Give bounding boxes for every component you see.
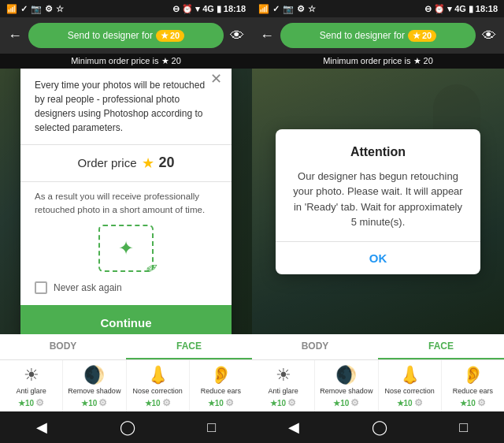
- left-phone-panel: 📶 ✓ 📷 ⚙ ☆ ⊖ ⏰ ▾ 4G ▮ 18:18 ← Send to des…: [0, 0, 252, 443]
- star-icon-status: ☆: [56, 4, 64, 14]
- shadow-price-right: ★10 ⚙: [333, 397, 359, 408]
- ears-gear-left[interactable]: ⚙: [225, 397, 234, 408]
- right-phone-panel: 📶 ✓ 📷 ⚙ ☆ ⊖ ⏰ ▾ 4G ▮ 18:18 ← Send to des…: [252, 0, 504, 443]
- top-nav-right: ← Send to designer for ★ 20 👁: [252, 17, 504, 54]
- battery-icon-r: ▮: [469, 4, 473, 14]
- shadow-icon-left: 🌒: [83, 365, 105, 385]
- back-button-right[interactable]: ←: [260, 28, 274, 44]
- antiglare-gear-left[interactable]: ⚙: [35, 397, 44, 408]
- network-icon-r: 4G: [454, 4, 466, 13]
- status-right-left-icons: 📶 ✓ 📷 ⚙ ☆: [258, 4, 316, 14]
- star-icon-badge-left: ★: [161, 31, 169, 41]
- ears-gear-right[interactable]: ⚙: [477, 397, 486, 408]
- photo-bg-left: ✕ Every time your photos will be retouch…: [0, 69, 252, 334]
- back-nav-icon-left[interactable]: ◀: [36, 419, 47, 436]
- check-icon-r: ✓: [272, 4, 280, 14]
- home-nav-icon-left[interactable]: ◯: [120, 419, 135, 436]
- tab-body-left[interactable]: BODY: [0, 334, 126, 359]
- time-left: 18:18: [224, 4, 246, 13]
- nav-bar-right: ◀ ◯ □: [252, 411, 504, 443]
- price-label: Order price: [77, 156, 136, 169]
- continue-button[interactable]: Continue: [20, 305, 232, 334]
- tab-body-right[interactable]: BODY: [252, 334, 378, 359]
- send-designer-button-left[interactable]: Send to designer for ★ 20: [28, 23, 224, 48]
- signal-icon: 📶: [6, 4, 17, 14]
- send-designer-button-right[interactable]: Send to designer for ★ 20: [280, 23, 476, 48]
- eye-button-right[interactable]: 👁: [482, 28, 496, 44]
- shadow-gear-left[interactable]: ⚙: [98, 397, 107, 408]
- shadow-label-left: Remove shadow: [68, 387, 120, 396]
- photo-bg-right: Attention Our designer has begun retouch…: [252, 69, 504, 334]
- antiglare-price-right: ★10 ⚙: [270, 397, 296, 408]
- nose-price-right: ★10 ⚙: [397, 397, 423, 408]
- attention-title: Attention: [290, 145, 466, 159]
- tool-nose-left[interactable]: 👃 Nose correction ★10 ⚙: [127, 360, 190, 411]
- wand-illustration-icon: ✏: [143, 258, 162, 279]
- star-icon-badge-right: ★: [413, 31, 421, 41]
- bottom-toolbar-right: BODY FACE ☀ Anti glare ★10 ⚙ 🌒 Remove sh…: [252, 334, 504, 411]
- antiglare-price-left: ★10 ⚙: [18, 397, 44, 408]
- status-bar-left: 📶 ✓ 📷 ⚙ ☆ ⊖ ⏰ ▾ 4G ▮ 18:18: [0, 0, 252, 17]
- tool-shadow-left[interactable]: 🌒 Remove shadow ★10 ⚙: [63, 360, 126, 411]
- bottom-toolbar-left: BODY FACE ☀ Anti glare ★10 ⚙ 🌒 Remove sh…: [0, 334, 252, 411]
- modal-close-button[interactable]: ✕: [210, 70, 222, 87]
- send-label-left: Send to designer for: [68, 30, 153, 41]
- tool-nose-right[interactable]: 👃 Nose correction ★10 ⚙: [379, 360, 442, 411]
- modal-overlay-left: ✕ Every time your photos will be retouch…: [0, 69, 252, 334]
- tool-items-left: ☀ Anti glare ★10 ⚙ 🌒 Remove shadow ★10 ⚙…: [0, 360, 252, 411]
- wifi-icon: ▾: [195, 4, 200, 14]
- shadow-icon-right: 🌒: [335, 365, 357, 385]
- status-right-icons: ⊖ ⏰ ▾ 4G ▮ 18:18: [172, 4, 246, 14]
- back-nav-icon-right[interactable]: ◀: [288, 419, 299, 436]
- attention-ok-button[interactable]: OK: [290, 242, 466, 274]
- do-not-disturb-icon: ⊖: [172, 4, 180, 14]
- home-nav-icon-right[interactable]: ◯: [372, 419, 387, 436]
- never-ask-checkbox[interactable]: [35, 281, 47, 294]
- shadow-price-left: ★10 ⚙: [81, 397, 107, 408]
- star-count-right: 20: [422, 31, 432, 40]
- status-left-icons: 📶 ✓ 📷 ⚙ ☆: [6, 4, 64, 14]
- eye-button-left[interactable]: 👁: [230, 28, 244, 44]
- network-icon: 4G: [202, 4, 214, 13]
- tool-ears-right[interactable]: 👂 Reduce ears ★10 ⚙: [442, 360, 504, 411]
- min-order-banner-right: Minimum order price is ★ 20: [252, 54, 504, 69]
- attention-modal: Attention Our designer has begun retouch…: [276, 129, 480, 274]
- camera-icon: 📷: [31, 4, 42, 14]
- settings-icon-r: ⚙: [297, 4, 305, 14]
- nose-gear-right[interactable]: ⚙: [414, 397, 423, 408]
- check-icon: ✓: [20, 4, 28, 14]
- modal-divider-1: [20, 144, 232, 145]
- tool-shadow-right[interactable]: 🌒 Remove shadow ★10 ⚙: [315, 360, 378, 411]
- back-button-left[interactable]: ←: [8, 28, 22, 44]
- settings-icon: ⚙: [45, 4, 53, 14]
- price-value: 20: [159, 154, 175, 171]
- recents-nav-icon-right[interactable]: □: [459, 419, 468, 436]
- star-badge-right: ★ 20: [408, 30, 436, 42]
- antiglare-icon-left: ☀: [24, 365, 39, 385]
- tool-antiglare-left[interactable]: ☀ Anti glare ★10 ⚙: [0, 360, 63, 411]
- modal-desc-text: As a result you will receive professiona…: [35, 190, 217, 218]
- tool-ears-left[interactable]: 👂 Reduce ears ★10 ⚙: [190, 360, 252, 411]
- star-icon-r: ☆: [308, 4, 316, 14]
- wifi-icon-r: ▾: [447, 4, 452, 14]
- camera-icon-r: 📷: [283, 4, 294, 14]
- nose-gear-left[interactable]: ⚙: [162, 397, 171, 408]
- status-bar-right: 📶 ✓ 📷 ⚙ ☆ ⊖ ⏰ ▾ 4G ▮ 18:18: [252, 0, 504, 17]
- never-ask-label: Never ask again: [54, 282, 122, 293]
- signal-icon-r: 📶: [258, 4, 269, 14]
- alarm-icon: ⏰: [182, 4, 193, 14]
- recents-nav-icon-left[interactable]: □: [207, 419, 216, 436]
- battery-icon: ▮: [217, 4, 221, 14]
- shadow-gear-right[interactable]: ⚙: [350, 397, 359, 408]
- nose-icon-left: 👃: [147, 365, 169, 385]
- tab-face-right[interactable]: FACE: [378, 334, 504, 359]
- nav-bar-left: ◀ ◯ □: [0, 411, 252, 443]
- antiglare-gear-right[interactable]: ⚙: [287, 397, 296, 408]
- send-label-right: Send to designer for: [320, 30, 405, 41]
- tabs-row-right: BODY FACE: [252, 334, 504, 360]
- tool-antiglare-right[interactable]: ☀ Anti glare ★10 ⚙: [252, 360, 315, 411]
- shadow-label-right: Remove shadow: [320, 387, 372, 396]
- tab-face-left[interactable]: FACE: [126, 334, 252, 359]
- antiglare-icon-right: ☀: [276, 365, 291, 385]
- modal-checkbox-row: Never ask again: [35, 281, 217, 294]
